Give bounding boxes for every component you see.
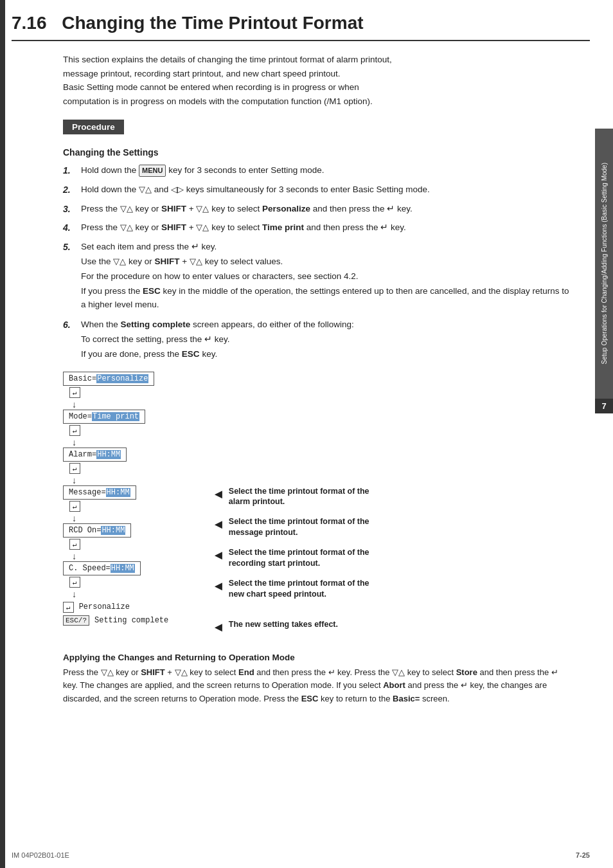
- intro-line4: computation is in progress on models wit…: [63, 95, 590, 109]
- enter-icon4: ↵: [69, 501, 80, 512]
- flow-arrow5: ↵ ↓: [63, 538, 80, 561]
- ann-arrow-icon-3: ◄: [212, 547, 225, 563]
- screen5-box: RCD On=HH:MM: [63, 523, 131, 538]
- sidebar-label: Setup Operations for Changing/Adding Fun…: [600, 163, 609, 365]
- esc-line2-text: Setting complete: [94, 616, 168, 625]
- screen2-box: Mode=Time print: [63, 410, 145, 424]
- intro-line3: Basic Setting mode cannot be entered whe…: [63, 80, 590, 95]
- step3-nav-key2: ▽△: [196, 204, 209, 213]
- chapter-badge: 7: [595, 399, 613, 413]
- flow-arrow1: ↵ ↓: [63, 386, 80, 410]
- bottom-section: Applying the Changes and Returning to Op…: [63, 653, 571, 706]
- flow-arrow2: ↵ ↓: [63, 424, 80, 448]
- annotation-2: ◄ Select the time printout format of the…: [212, 516, 383, 538]
- esc-personalize-row: ↵ Personalize: [63, 601, 130, 614]
- flow-screen6-row: C. Speed=HH:MM: [63, 561, 141, 575]
- flow-arrow4: ↵ ↓: [63, 500, 80, 523]
- step-2: 2. Hold down the ▽△ and ◁▷ keys simultan…: [63, 183, 571, 197]
- annotation-1: ◄ Select the time printout format of the…: [212, 486, 383, 508]
- step-2-body: Hold down the ▽△ and ◁▷ keys simultaneou…: [81, 183, 571, 197]
- step-6-body: When the Setting complete screen appears…: [81, 318, 571, 363]
- nav-key-down-up: ▽△: [139, 185, 152, 194]
- enter-icon-esc1: ↵: [63, 602, 74, 613]
- step-1-body: Hold down the MENU key for 3 seconds to …: [81, 164, 571, 177]
- nav-key-left-right: ◁▷: [171, 185, 184, 194]
- step-5-num: 5.: [63, 240, 81, 255]
- screen2-highlight: Time print: [92, 412, 139, 421]
- step5-nav-key: ▽△: [113, 257, 126, 266]
- screen3-box: Alarm=HH:MM: [63, 448, 127, 462]
- screen1-box: Basic=Personalize: [63, 372, 154, 386]
- enter-icon6: ↵: [69, 577, 80, 588]
- ann-arrow-icon-2: ◄: [212, 516, 225, 532]
- screen6-highlight: HH:MM: [111, 564, 135, 573]
- ann-text-2: Select the time printout format of the m…: [229, 516, 383, 538]
- down-arrow6: ↓: [72, 589, 76, 599]
- screen4-box: Message=HH:MM: [63, 485, 136, 500]
- step-5-body: Set each item and press the ↵ key. Use t…: [81, 240, 571, 313]
- enter-icon5: ↵: [69, 539, 80, 550]
- flow-screen5-row: RCD On=HH:MM: [63, 523, 131, 538]
- step-3: 3. Press the ▽△ key or SHIFT + ▽△ key to…: [63, 203, 571, 217]
- step-6-num: 6.: [63, 318, 81, 332]
- intro-text: This section explains the details of cha…: [63, 53, 590, 108]
- esc-complete-row: ESC/? Setting complete: [63, 615, 168, 626]
- ann-text-4: Select the time printout format of the n…: [229, 578, 383, 600]
- step-5: 5. Set each item and press the ↵ key. Us…: [63, 240, 571, 313]
- step4-nav-key: ▽△: [120, 222, 133, 232]
- screen5-highlight: HH:MM: [101, 526, 125, 535]
- step-1: 1. Hold down the MENU key for 3 seconds …: [63, 164, 571, 178]
- annotation-rows: ◄ Select the time printout format of the…: [212, 372, 383, 644]
- annotation-4: ◄ Select the time printout format of the…: [212, 578, 383, 600]
- bottom-nav-key3: ▽△: [392, 667, 405, 677]
- step5-nav-key2: ▽△: [190, 257, 202, 266]
- screen1-highlight: Personalize: [96, 374, 148, 383]
- down-arrow4: ↓: [72, 513, 76, 523]
- bottom-nav-key2: ▽△: [175, 667, 188, 677]
- ann-arrow-icon-1: ◄: [212, 486, 225, 502]
- step-3-num: 3.: [63, 203, 81, 217]
- step-3-body: Press the ▽△ key or SHIFT + ▽△ key to se…: [81, 203, 571, 216]
- procedure-box: Procedure: [63, 120, 124, 134]
- chapter-number: 7.16: [12, 13, 47, 33]
- left-accent-bar: [0, 0, 5, 868]
- esc-line1-text: Personalize: [79, 602, 130, 611]
- changing-settings-title: Changing the Settings: [63, 147, 571, 158]
- down-arrow3: ↓: [72, 475, 76, 485]
- right-sidebar-tab: Setup Operations for Changing/Adding Fun…: [595, 129, 613, 399]
- ann-text-3: Select the time printout format of the r…: [229, 547, 383, 569]
- ann-arrow-icon-5: ◄: [212, 619, 225, 635]
- screen6-box: C. Speed=HH:MM: [63, 561, 141, 575]
- flow-screen2-row: Mode=Time print: [63, 410, 145, 424]
- flow-screen1-row: Basic=Personalize: [63, 372, 154, 386]
- chapter-title-text: Changing the Time Printout Format: [62, 13, 363, 33]
- step-1-num: 1.: [63, 164, 81, 178]
- intro-line2: message printout, recording start printo…: [63, 67, 590, 81]
- flow-arrow6: ↵ ↓: [63, 575, 80, 599]
- annotation-spacer: [212, 372, 383, 486]
- enter-icon3: ↵: [69, 463, 80, 474]
- screen4-highlight: HH:MM: [106, 488, 130, 497]
- chapter-title: 7.16 Changing the Time Printout Format: [12, 13, 590, 41]
- step-4: 4. Press the ▽△ key or SHIFT + ▽△ key to…: [63, 221, 571, 235]
- bottom-nav-key1: ▽△: [101, 667, 114, 677]
- ann-arrow-icon-4: ◄: [212, 578, 225, 593]
- esc-label: ESC/?: [63, 615, 89, 626]
- footer-page: 7-25: [576, 851, 590, 859]
- step-2-num: 2.: [63, 183, 81, 197]
- intro-line1: This section explains the details of cha…: [63, 53, 590, 67]
- flow-screen4-row: Message=HH:MM: [63, 485, 136, 500]
- applying-changes-text: Press the ▽△ key or SHIFT + ▽△ key to se…: [63, 666, 571, 706]
- annotation-3: ◄ Select the time printout format of the…: [212, 547, 383, 569]
- down-arrow1: ↓: [72, 399, 76, 410]
- annotation-5: ◄ The new setting takes effect.: [212, 619, 383, 635]
- diagram-area: Basic=Personalize ↵ ↓ Mode=Time print ↵: [63, 372, 571, 644]
- applying-changes-title: Applying the Changes and Returning to Op…: [63, 653, 571, 662]
- down-arrow2: ↓: [72, 437, 76, 448]
- screen3-highlight: HH:MM: [96, 450, 121, 459]
- step-4-num: 4.: [63, 221, 81, 235]
- ann-text-5: The new setting takes effect.: [229, 619, 338, 630]
- steps-list: 1. Hold down the MENU key for 3 seconds …: [63, 164, 571, 362]
- flow-arrow3: ↵ ↓: [63, 462, 80, 485]
- footer-left: IM 04P02B01-01E: [12, 851, 69, 859]
